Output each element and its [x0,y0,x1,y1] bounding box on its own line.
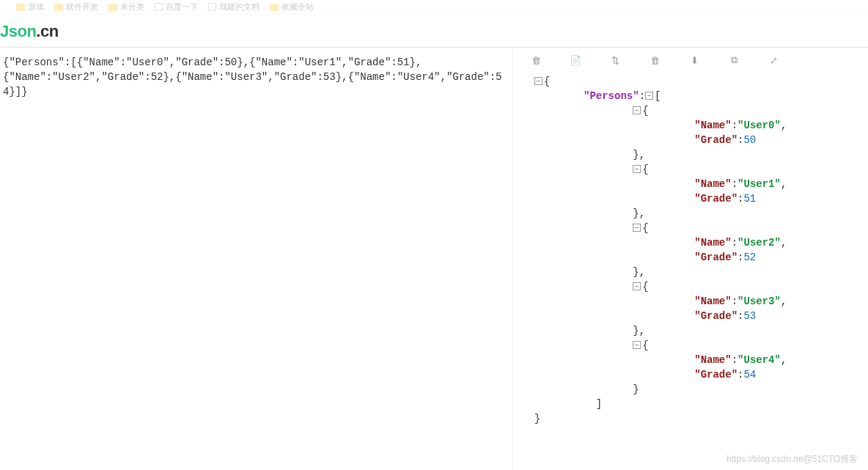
clear-button[interactable]: 🗑 [531,55,541,65]
logo-part-cn: .cn [36,22,58,40]
tree-grade-row: "Grade":50 [522,133,859,147]
folder-icon [270,4,279,11]
delete-icon: 🗑 [650,55,660,66]
main-area: {"Persons":[{"Name":"User0","Grade":50},… [0,48,868,470]
tree-object-open: −{ [522,103,859,118]
folder-icon [54,4,63,11]
collapse-icon: ⤢ [770,55,778,66]
tree-array-close: ] [522,397,859,411]
tree-object-close: }, [522,323,859,338]
bookmark-label: 游戏 [28,1,44,12]
tree-toggle[interactable]: − [534,77,542,85]
output-toolbar: 🗑📄⇅🗑⬇⧉⤢ [513,48,868,73]
bookmark-item[interactable]: 游戏 [16,1,44,12]
tree-name-row: "Name":"User0", [522,118,859,133]
tree-name-row: "Name":"User3", [522,294,859,309]
delete-button[interactable]: 🗑 [650,55,660,65]
bookmark-label: 收藏全站 [282,1,314,12]
bookmark-item[interactable]: 软件开发 [54,1,98,12]
download-icon: ⬇ [691,55,699,66]
tree-object-open: −{ [522,221,859,235]
folder-icon [16,4,25,11]
tree-name-row: "Name":"User1", [522,177,859,191]
tree-object-close: }, [522,206,859,221]
tree-persons-key: "Persons":−[ [522,89,859,103]
tree-object-open: −{ [522,162,859,177]
tree-toggle[interactable]: − [633,106,641,114]
tree-toggle[interactable]: − [645,92,653,100]
bookmark-label: 我建的文档 [219,1,260,12]
collapse-button[interactable]: ⤢ [768,55,779,65]
site-header: Json.cn [0,15,868,48]
bookmark-label: 软件开发 [66,1,98,12]
folder-icon [108,4,117,11]
tree-grade-row: "Grade":53 [522,309,859,323]
tree-object-open: −{ [522,338,859,353]
tree-object-close: } [522,382,859,397]
tree-object-close: }, [522,147,859,162]
sort-icon: ⇅ [611,55,619,66]
bookmark-label: 未分类 [120,1,144,12]
tree-root-close: } [522,411,859,426]
tree-toggle[interactable]: − [633,165,641,173]
clear-icon: 🗑 [532,55,541,66]
tree-toggle[interactable]: − [633,282,641,290]
duplicate-button[interactable]: ⧉ [729,55,739,65]
tree-name-row: "Name":"User4", [522,353,859,367]
tree-grade-row: "Grade":51 [522,191,859,206]
download-button[interactable]: ⬇ [689,55,699,65]
bookmark-item[interactable]: 未分类 [108,1,144,12]
bookmark-item[interactable]: 收藏全站 [270,1,314,12]
tree-object-close: }, [522,265,859,279]
logo-part-json: Json [0,22,36,40]
site-logo: Json.cn [0,22,59,40]
copy-button[interactable]: 📄 [570,55,581,65]
bookmark-item[interactable]: 我建的文档 [208,1,260,12]
tree-toggle[interactable]: − [633,341,641,349]
tree-grade-row: "Grade":52 [522,250,859,265]
json-tree: −{ "Persons":−[ −{ "Name":"User0", "Grad… [513,73,868,435]
bookmark-item[interactable]: 百度一下 [155,1,198,12]
copy-icon: 📄 [570,55,581,66]
tree-toggle[interactable]: − [633,224,641,232]
formatted-output-pane: 🗑📄⇅🗑⬇⧉⤢ −{ "Persons":−[ −{ "Name":"User0… [513,48,868,470]
page-icon [208,3,216,11]
bookmarks-bar: 游戏软件开发未分类百度一下我建的文档收藏全站 [0,0,868,15]
sort-button[interactable]: ⇅ [610,55,620,65]
tree-grade-row: "Grade":54 [522,367,859,382]
raw-json-input[interactable]: {"Persons":[{"Name":"User0","Grade":50},… [0,48,513,470]
page-icon [155,3,163,11]
bookmark-label: 百度一下 [166,1,198,12]
tree-object-open: −{ [522,279,859,294]
tree-name-row: "Name":"User2", [522,235,859,250]
duplicate-icon: ⧉ [731,54,738,66]
tree-root-open: −{ [522,74,859,89]
